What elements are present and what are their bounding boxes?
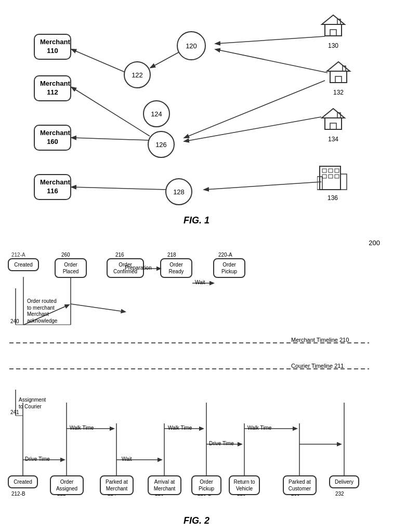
fig2-ref: 200 bbox=[369, 239, 380, 247]
svg-marker-14 bbox=[327, 62, 350, 71]
svg-line-3 bbox=[216, 49, 328, 73]
ref-240: 240 bbox=[10, 318, 19, 324]
label-walk-time-1: Walk Time bbox=[70, 425, 94, 431]
state-arrival-merchant: Arrival atMerchant bbox=[148, 475, 181, 495]
merchant-160: Merchant160 bbox=[34, 125, 71, 151]
svg-rect-27 bbox=[335, 169, 339, 172]
svg-line-1 bbox=[151, 52, 179, 68]
state-order-pickup-c: OrderPickup bbox=[191, 475, 221, 495]
svg-line-2 bbox=[216, 36, 325, 44]
svg-line-7 bbox=[72, 87, 150, 136]
ref-241: 241 bbox=[10, 409, 19, 416]
label-wait-m: Wait bbox=[195, 280, 205, 285]
node-120: 120 bbox=[177, 31, 206, 60]
svg-rect-12 bbox=[330, 30, 336, 36]
label-walk-time-3: Walk Time bbox=[247, 425, 271, 431]
svg-line-6 bbox=[72, 138, 150, 140]
fig1-title: FIG. 1 bbox=[184, 215, 209, 226]
svg-rect-11 bbox=[325, 24, 342, 36]
merchant-112: Merchant112 bbox=[34, 75, 71, 101]
node-124: 124 bbox=[143, 100, 170, 127]
fig2-merchant-svg bbox=[0, 236, 379, 377]
state-parked-customer: Parked atCustomer bbox=[283, 475, 317, 495]
fig2: 200 212-A Created 260 OrderPlaced 216 Or… bbox=[0, 236, 393, 527]
merchant-110: Merchant110 bbox=[34, 34, 71, 60]
ref-260: 260 bbox=[61, 252, 70, 258]
merchant-timeline-label: Merchant Timeline 210 bbox=[291, 337, 349, 343]
label-wait-c: Wait bbox=[122, 456, 132, 462]
state-created-m: Created bbox=[8, 258, 39, 271]
node-128: 128 bbox=[165, 178, 192, 205]
state-delivery: Delivery bbox=[329, 475, 359, 488]
svg-rect-26 bbox=[329, 169, 333, 172]
ref-220a: 220-A bbox=[218, 252, 232, 258]
svg-rect-24 bbox=[340, 174, 347, 190]
house-130: 130 bbox=[320, 13, 347, 49]
page: Merchant110 Merchant112 Merchant160 Merc… bbox=[0, 0, 393, 532]
label-merchant-ack: Merchantacknowledge bbox=[27, 311, 57, 324]
svg-line-4 bbox=[185, 81, 325, 138]
svg-rect-25 bbox=[322, 169, 326, 172]
ref-232: 232 bbox=[335, 491, 344, 497]
svg-line-8 bbox=[204, 182, 321, 190]
ref-212b: 212-B bbox=[11, 491, 25, 497]
svg-line-5 bbox=[185, 117, 321, 141]
svg-rect-29 bbox=[329, 175, 333, 178]
svg-marker-10 bbox=[322, 15, 345, 24]
fig1: Merchant110 Merchant112 Merchant160 Merc… bbox=[0, 5, 393, 229]
svg-line-37 bbox=[71, 304, 125, 312]
ref-218: 218 bbox=[167, 252, 176, 258]
state-order-pickup-m: OrderPickup bbox=[213, 258, 245, 278]
label-drive-time-1: Drive Time bbox=[25, 456, 50, 462]
state-created-c: Created bbox=[8, 475, 38, 488]
svg-rect-30 bbox=[335, 175, 339, 178]
state-parked-merchant: Parked atMerchant bbox=[100, 475, 134, 495]
svg-rect-15 bbox=[330, 71, 347, 83]
label-walk-time-2: Walk Time bbox=[168, 425, 192, 431]
svg-rect-19 bbox=[325, 118, 342, 129]
state-order-ready: OrderReady bbox=[160, 258, 192, 278]
svg-marker-18 bbox=[322, 109, 345, 118]
state-return-vehicle: Return toVehicle bbox=[229, 475, 260, 495]
merchant-116: Merchant116 bbox=[34, 174, 71, 200]
fig2-title: FIG. 2 bbox=[184, 515, 209, 526]
svg-rect-20 bbox=[330, 123, 336, 129]
svg-line-9 bbox=[72, 187, 167, 190]
house-134: 134 bbox=[320, 107, 347, 143]
state-order-placed: OrderPlaced bbox=[55, 258, 87, 278]
state-order-assigned: OrderAssigned bbox=[50, 475, 84, 495]
ref-216: 216 bbox=[115, 252, 124, 258]
house-132: 132 bbox=[325, 60, 352, 96]
courier-timeline-label: Courier Timeline 211 bbox=[291, 363, 344, 369]
svg-rect-28 bbox=[322, 175, 326, 178]
building-136: 136 bbox=[317, 158, 348, 202]
svg-rect-16 bbox=[335, 76, 342, 83]
ref-212a: 212-A bbox=[11, 252, 25, 258]
svg-line-0 bbox=[72, 49, 126, 73]
label-drive-time-2: Drive Time bbox=[209, 441, 234, 446]
label-order-routed: Order routedto merchant bbox=[27, 298, 57, 311]
label-assignment: Assignmentto Courier bbox=[19, 396, 46, 410]
node-122: 122 bbox=[124, 61, 151, 88]
node-126: 126 bbox=[148, 131, 175, 158]
label-preparation: Preparation bbox=[125, 265, 152, 271]
